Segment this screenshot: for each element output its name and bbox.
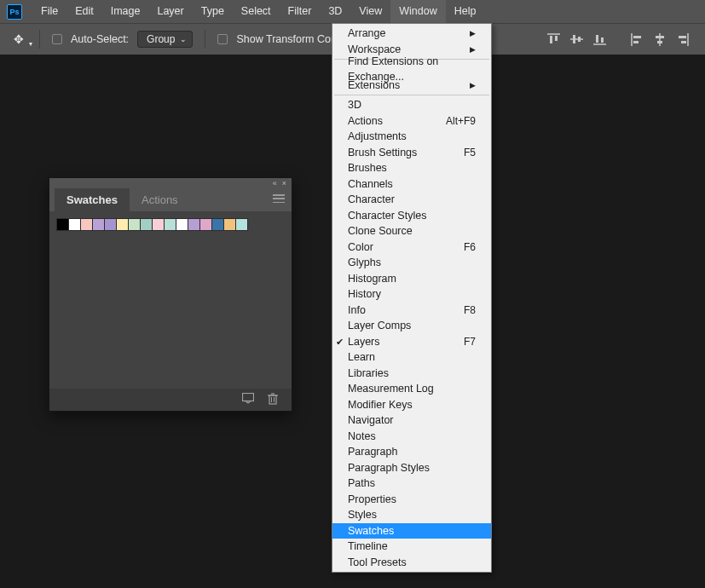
menu-item-navigator[interactable]: Navigator [332,412,491,429]
svg-rect-10 [633,36,641,38]
swatch-10[interactable] [176,218,188,231]
swatch-7[interactable] [140,218,153,231]
swatch-0[interactable] [56,218,69,231]
menu-item-properties[interactable]: Properties [332,492,491,508]
menu-item-layer-comps[interactable]: Layer Comps [332,318,491,334]
auto-select-checkbox[interactable] [52,34,62,44]
menu-item-paragraph[interactable]: Paragraph [332,444,491,460]
svg-rect-7 [596,35,598,43]
swatch-3[interactable] [92,218,105,231]
svg-rect-8 [601,37,604,43]
menu-item-layers[interactable]: ✔LayersF7 [332,334,491,350]
submenu-arrow-icon: ▶ [470,26,476,42]
swatch-15[interactable] [235,218,248,231]
menu-item-modifier-keys[interactable]: Modifier Keys [332,397,491,413]
swatch-11[interactable] [188,218,200,231]
menu-item-character[interactable]: Character [332,192,491,208]
panel-close-icon[interactable]: × [282,179,286,187]
panel-footer [49,389,292,411]
show-transform-checkbox[interactable] [217,34,228,44]
menu-item-timeline[interactable]: Timeline [332,539,491,555]
menu-type[interactable]: Type [193,0,233,23]
menu-item-extensions[interactable]: Extensions▶ [332,78,491,94]
menu-file[interactable]: File [32,0,66,23]
swatch-8[interactable] [152,218,165,231]
align-buttons-group [546,32,690,47]
align-right-button[interactable] [675,32,690,47]
menu-window[interactable]: Window [390,0,445,23]
menu-item-label: Channels [348,176,393,193]
align-bottom-button[interactable] [592,32,607,47]
swatch-12[interactable] [199,218,212,231]
panel-top-controls: « × [49,178,292,187]
menu-item-measurement-log[interactable]: Measurement Log [332,381,491,397]
menu-view[interactable]: View [350,0,390,23]
menu-item-histogram[interactable]: Histogram [332,271,491,287]
menu-item-adjustments[interactable]: Adjustments [332,129,491,145]
trash-icon[interactable] [268,393,278,407]
chevron-down-icon: ⌄ [180,35,187,43]
menu-item-history[interactable]: History [332,286,491,303]
tab-swatches[interactable]: Swatches [55,188,130,211]
swatch-1[interactable] [68,218,81,231]
menu-item-tool-presets[interactable]: Tool Presets [332,555,491,571]
menu-item-channels[interactable]: Channels [332,176,491,193]
swatch-2[interactable] [80,218,93,231]
menu-item-label: Arrange [348,26,385,42]
submenu-arrow-icon: ▶ [470,78,476,94]
menu-item-label: Libraries [348,366,389,382]
menu-item-glyphs[interactable]: Glyphs [332,255,491,271]
divider [205,30,205,49]
swatch-6[interactable] [128,218,141,231]
menu-item-paragraph-styles[interactable]: Paragraph Styles [332,460,491,476]
menu-image[interactable]: Image [102,0,149,23]
menu-bar: Ps FileEditImageLayerTypeSelectFilter3DV… [0,0,705,23]
menu-item-notes[interactable]: Notes [332,429,491,445]
swatch-13[interactable] [211,218,224,231]
align-vcenter-button[interactable] [569,32,584,47]
tab-actions[interactable]: Actions [130,188,190,211]
panel-menu-icon[interactable] [273,194,285,203]
menu-item-3d[interactable]: 3D [332,97,491,113]
swatches-panel: « × Swatches Actions [49,177,292,412]
menu-help[interactable]: Help [446,0,485,23]
menu-item-styles[interactable]: Styles [332,507,491,523]
menu-item-paths[interactable]: Paths [332,476,491,492]
menu-item-swatches[interactable]: Swatches [332,523,491,539]
menu-item-actions[interactable]: ActionsAlt+F9 [332,113,491,130]
swatch-9[interactable] [164,218,176,231]
auto-select-target-dropdown[interactable]: Group ⌄ [137,31,193,48]
menu-item-label: Modifier Keys [348,397,413,413]
menu-item-label: Info [348,303,366,319]
menu-item-label: Properties [348,492,396,508]
menu-item-info[interactable]: InfoF8 [332,303,491,319]
align-top-button[interactable] [546,32,561,47]
menu-item-label: Layer Comps [348,318,411,334]
menu-item-brush-settings[interactable]: Brush SettingsF5 [332,145,491,161]
menu-item-clone-source[interactable]: Clone Source [332,223,491,239]
menu-item-learn[interactable]: Learn [332,349,491,366]
menu-item-brushes[interactable]: Brushes [332,160,491,176]
svg-rect-11 [633,41,639,43]
menu-item-libraries[interactable]: Libraries [332,366,491,382]
swatch-4[interactable] [104,218,117,231]
menu-item-label: Character [348,192,395,208]
panel-collapse-icon[interactable]: « [273,179,277,187]
swatch-14[interactable] [223,218,236,231]
swatch-5[interactable] [116,218,129,231]
svg-rect-17 [681,41,686,43]
new-swatch-icon[interactable] [242,393,254,406]
menu-item-find-extensions-on-exchange[interactable]: Find Extensions on Exchange... [332,61,491,78]
menu-filter[interactable]: Filter [280,0,321,23]
menu-item-character-styles[interactable]: Character Styles [332,208,491,224]
align-hcenter-button[interactable] [652,32,667,47]
menu-3d[interactable]: 3D [320,0,350,23]
menu-item-arrange[interactable]: Arrange▶ [332,26,491,42]
menu-separator [334,95,489,95]
move-tool-icon[interactable]: ✥▾ [10,32,27,46]
align-left-button[interactable] [629,32,644,47]
menu-select[interactable]: Select [233,0,280,23]
menu-layer[interactable]: Layer [148,0,192,23]
menu-item-color[interactable]: ColorF6 [332,239,491,256]
menu-edit[interactable]: Edit [66,0,102,23]
